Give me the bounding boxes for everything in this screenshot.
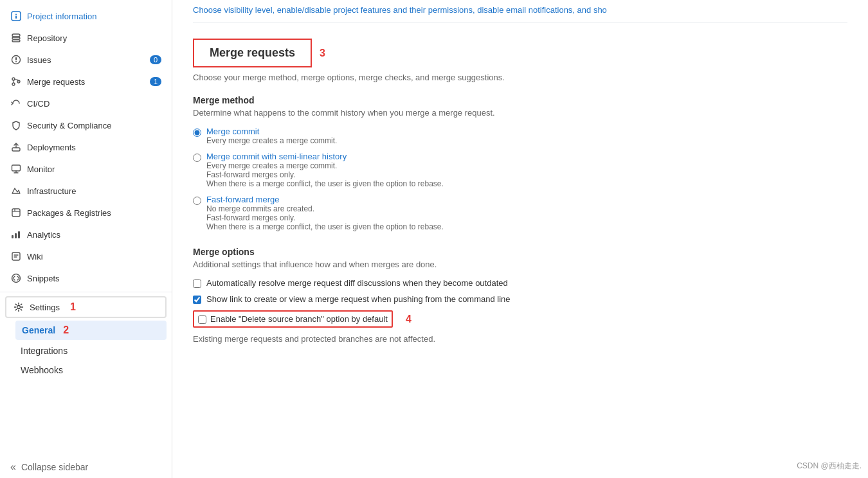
analytics-icon [10,229,22,240]
database-icon [10,32,22,44]
svg-rect-17 [18,231,20,238]
sidebar-item-project-information[interactable]: Project information [0,5,172,27]
fast-forward-radio[interactable] [193,197,201,205]
checkbox-show-link: Show link to create or view a merge requ… [193,294,847,304]
svg-rect-2 [15,16,17,19]
sidebar: Project information Repository Issues 0 … [0,0,172,478]
merge-options-desc: Additional settings that influence how a… [193,260,847,269]
radio-option-merge-commit: Merge commit Every merge creates a merge… [193,127,847,145]
top-description: Choose visibility level, enable/disable … [193,0,847,23]
info-circle-icon [10,10,22,22]
package-icon [10,207,22,218]
sidebar-item-label: Issues [27,55,51,65]
merge-method-section: Merge method Determine what happens to t… [193,95,847,231]
sidebar-item-label: Packages & Registries [27,208,111,218]
checkbox-auto-resolve: Automatically resolve merge request diff… [193,278,847,288]
auto-resolve-checkbox[interactable] [193,279,201,288]
sidebar-item-cicd[interactable]: CI/CD [0,93,172,114]
annotation-3: 3 [320,48,325,59]
merge-method-title: Merge method [193,95,847,105]
merge-options-title: Merge options [193,247,847,257]
delete-source-branch-label: Enable "Delete source branch" option by … [210,314,388,324]
svg-rect-5 [12,40,20,42]
show-link-checkbox[interactable] [193,296,201,304]
merge-commit-radio[interactable] [193,128,201,137]
sidebar-item-repository[interactable]: Repository [0,27,172,49]
svg-point-10 [12,83,15,85]
svg-rect-13 [12,165,21,171]
annotation-1: 1 [70,301,76,313]
merge-icon [10,76,22,87]
show-link-label: Show link to create or view a merge requ… [206,294,511,304]
fast-forward-label: Fast-forward merge No merge commits are … [206,195,444,231]
sidebar-item-label: Analytics [27,230,60,240]
issue-icon [10,54,22,66]
delete-source-branch-box: Enable "Delete source branch" option by … [193,310,393,328]
radio-option-fast-forward: Fast-forward merge No merge commits are … [193,195,847,231]
svg-rect-14 [12,209,20,217]
svg-rect-12 [12,148,20,151]
sidebar-item-packages-registries[interactable]: Packages & Registries [0,202,172,224]
sidebar-item-label: Deployments [27,143,76,152]
annotation-2: 2 [63,324,69,336]
chevron-left-icon: « [10,461,16,473]
sidebar-divider [0,292,172,292]
sidebar-item-label: Infrastructure [27,186,77,196]
gear-icon [13,301,24,313]
merge-options-section: Merge options Additional settings that i… [193,247,847,344]
sidebar-item-settings-label: Settings [30,303,60,312]
sidebar-item-snippets[interactable]: Snippets [0,267,172,289]
sidebar-item-merge-requests[interactable]: Merge requests 1 [0,71,172,93]
deploy-icon [10,141,22,153]
general-label: General [22,325,55,335]
section-subtitle: Choose your merge method, merge options,… [193,73,847,82]
svg-point-1 [15,14,17,15]
sidebar-item-label: Repository [27,33,67,43]
annotation-4: 4 [406,314,411,325]
sidebar-sub-item-integrations[interactable]: Integrations [10,341,172,360]
issues-badge: 0 [150,55,161,64]
sidebar-item-infrastructure[interactable]: Infrastructure [0,180,172,202]
bottom-note: Existing merge requests and protected br… [193,334,847,344]
semi-linear-radio[interactable] [193,154,201,162]
watermark: CSDN @西柚走走. [797,461,862,472]
sidebar-item-settings[interactable]: Settings 1 [5,296,167,318]
sidebar-item-label: Project information [27,12,96,21]
collapse-sidebar-label: Collapse sidebar [21,462,88,472]
integrations-label: Integrations [21,346,68,356]
sidebar-sub-item-general[interactable]: General 2 [15,321,167,340]
sidebar-item-monitor[interactable]: Monitor [0,158,172,180]
wiki-icon [10,251,22,262]
merge-method-desc: Determine what happens to the commit his… [193,108,847,118]
shield-icon [10,120,22,131]
sidebar-item-deployments[interactable]: Deployments [0,136,172,158]
sidebar-item-issues[interactable]: Issues 0 [0,49,172,71]
sidebar-item-security-compliance[interactable]: Security & Compliance [0,114,172,136]
radio-option-semi-linear: Merge commit with semi-linear history Ev… [193,152,847,188]
collapse-sidebar-button[interactable]: « Collapse sidebar [0,456,172,478]
svg-rect-3 [12,34,20,37]
svg-rect-4 [12,37,20,39]
semi-linear-label: Merge commit with semi-linear history Ev… [206,152,444,188]
sidebar-item-wiki[interactable]: Wiki [0,245,172,267]
delete-source-branch-checkbox[interactable] [198,315,206,324]
svg-point-8 [15,61,17,62]
merge-commit-label: Merge commit Every merge creates a merge… [206,127,337,145]
svg-rect-18 [12,252,20,260]
sidebar-sub-item-webhooks[interactable]: Webhooks [10,360,172,380]
svg-point-20 [17,306,21,309]
checkbox-delete-source-branch-row: Enable "Delete source branch" option by … [193,310,847,328]
sidebar-item-label: Monitor [27,164,55,174]
auto-resolve-label: Automatically resolve merge request diff… [206,278,508,288]
sidebar-item-label: Merge requests [27,77,85,87]
sidebar-item-label: CI/CD [27,99,50,109]
svg-rect-7 [15,57,17,60]
webhooks-label: Webhooks [21,365,63,375]
main-content: Choose visibility level, enable/disable … [172,0,868,478]
section-title: Merge requests [193,39,312,67]
monitor-icon [10,163,22,175]
section-header: Merge requests 3 [193,39,847,67]
sidebar-item-label: Snippets [27,274,60,283]
infra-icon [10,185,22,197]
sidebar-item-analytics[interactable]: Analytics [0,224,172,245]
